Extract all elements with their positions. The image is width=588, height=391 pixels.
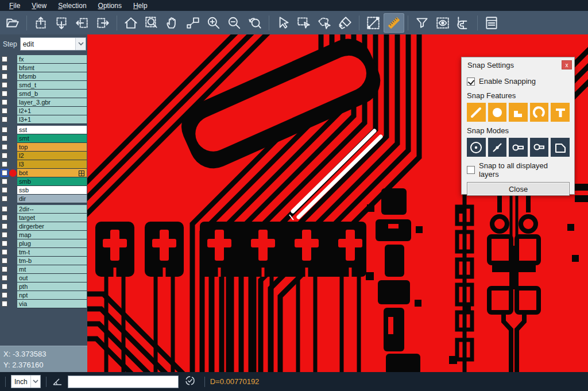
layer-checkbox[interactable] (2, 161, 7, 167)
layer-row[interactable]: npt (0, 291, 87, 300)
layer-checkbox[interactable] (2, 136, 7, 141)
layer-row[interactable]: smd_b (0, 90, 87, 98)
snap-mode-outline-button[interactable] (551, 138, 570, 157)
layer-row[interactable]: sst (0, 126, 87, 134)
layer-row[interactable]: smd_t (0, 81, 87, 90)
layer-checkbox[interactable] (2, 206, 7, 212)
layer-row[interactable]: 2dir-- (0, 205, 87, 214)
zoom-previous-button[interactable] (245, 13, 265, 33)
layer-checkbox[interactable] (2, 144, 7, 150)
layer-row[interactable]: l3 (0, 160, 87, 169)
measure-input[interactable] (68, 375, 179, 388)
snap-all-layers-checkbox[interactable] (467, 166, 475, 174)
enable-snapping-checkbox[interactable] (467, 78, 475, 86)
layer-row[interactable]: smb (0, 177, 87, 186)
layer-row[interactable]: bfsmt (0, 64, 87, 72)
shift-up-button[interactable] (30, 13, 51, 33)
layer-row[interactable]: pth (0, 282, 87, 291)
layer-checkbox[interactable] (2, 56, 7, 62)
refresh-check-icon[interactable] (184, 375, 196, 389)
step-select[interactable]: edit (20, 37, 86, 51)
layer-checkbox[interactable] (2, 215, 7, 220)
dialog-close-button[interactable]: Close (467, 182, 570, 196)
shift-right-button[interactable] (92, 13, 113, 33)
menu-file[interactable]: File (3, 1, 26, 10)
dialog-close-icon[interactable]: x (562, 60, 572, 69)
snap-button[interactable] (453, 13, 474, 33)
layer-row[interactable]: mt (0, 265, 87, 274)
layer-checkbox[interactable] (2, 99, 7, 105)
layer-row[interactable]: layer_3.gbr (0, 98, 87, 107)
layer-row[interactable]: fx (0, 55, 87, 64)
layer-row[interactable]: smt (0, 134, 87, 143)
menu-selection[interactable]: Selection (52, 1, 92, 10)
layer-checkbox[interactable] (2, 127, 7, 133)
layer-row[interactable]: tm-t (0, 248, 87, 257)
layer-checkbox[interactable] (2, 179, 7, 184)
chevron-down-icon[interactable] (75, 38, 86, 50)
menu-options[interactable]: Options (92, 1, 127, 10)
snap-mode-slot-round-button[interactable] (530, 138, 549, 157)
layer-checkbox[interactable] (2, 117, 7, 122)
layer-checkbox[interactable] (2, 65, 7, 71)
view-options-button[interactable] (432, 13, 453, 33)
snap-feature-text-button[interactable] (551, 103, 570, 122)
layer-row[interactable]: l2+1 (0, 107, 87, 115)
layer-checkbox[interactable] (2, 170, 7, 176)
layer-row[interactable]: out (0, 274, 87, 282)
layer-row[interactable]: bot (0, 169, 87, 177)
snap-feature-surface-button[interactable] (509, 103, 528, 122)
layer-checkbox[interactable] (2, 258, 7, 264)
layer-checkbox[interactable] (2, 301, 7, 307)
snap-feature-arc-button[interactable] (530, 103, 549, 122)
layer-row[interactable]: bfsmb (0, 72, 87, 81)
layer-checkbox[interactable] (2, 187, 7, 193)
zoom-window-button[interactable] (141, 13, 162, 33)
layer-row[interactable]: ssb (0, 186, 87, 195)
layer-checkbox[interactable] (2, 241, 7, 246)
ruler-button[interactable] (384, 13, 404, 33)
zoom-in-button[interactable] (203, 13, 224, 33)
layer-checkbox[interactable] (2, 266, 7, 272)
layer-checkbox[interactable] (2, 249, 7, 255)
layer-row[interactable]: target (0, 214, 87, 222)
select-rectangle-button[interactable] (293, 13, 314, 33)
snap-feature-pad-button[interactable] (488, 103, 507, 122)
measure-line-button[interactable] (363, 13, 384, 33)
open-button[interactable] (2, 13, 23, 33)
layer-checkbox[interactable] (2, 153, 7, 158)
layer-row[interactable]: map (0, 231, 87, 239)
layer-checkbox[interactable] (2, 91, 7, 96)
layer-checkbox[interactable] (2, 292, 7, 298)
grid-icon[interactable] (79, 170, 84, 177)
layer-checkbox[interactable] (2, 284, 7, 289)
layer-row[interactable]: top (0, 143, 87, 152)
layer-checkbox[interactable] (2, 108, 7, 114)
dialog-titlebar[interactable]: Snap Settings x (462, 57, 574, 72)
layer-checkbox[interactable] (2, 232, 7, 238)
units-select[interactable]: Inch (11, 375, 41, 388)
layer-row[interactable]: l3+1 (0, 115, 87, 124)
layer-checkbox[interactable] (2, 196, 7, 202)
home-view-button[interactable] (121, 13, 141, 33)
snap-mode-slot-horizontal-button[interactable] (509, 138, 528, 157)
layer-row[interactable]: plug (0, 239, 87, 248)
layer-row[interactable]: dirgerber (0, 222, 87, 231)
zoom-object-button[interactable] (183, 13, 203, 33)
report-button[interactable] (481, 13, 502, 33)
shift-left-button[interactable] (72, 13, 92, 33)
select-polygon-button[interactable] (314, 13, 335, 33)
filter-button[interactable] (412, 13, 432, 33)
layer-row[interactable]: l2 (0, 152, 87, 160)
snap-mode-midpoint-button[interactable] (488, 138, 507, 157)
pan-button[interactable] (162, 13, 183, 33)
snap-feature-line-button[interactable] (467, 103, 486, 122)
snap-mode-center-button[interactable] (467, 138, 486, 157)
select-button[interactable] (273, 13, 293, 33)
layer-checkbox[interactable] (2, 223, 7, 229)
layer-row[interactable]: via (0, 300, 87, 308)
layer-checkbox[interactable] (2, 82, 7, 88)
menu-help[interactable]: Help (127, 1, 153, 10)
menu-view[interactable]: View (26, 1, 52, 10)
chevron-down-icon[interactable] (30, 375, 40, 388)
